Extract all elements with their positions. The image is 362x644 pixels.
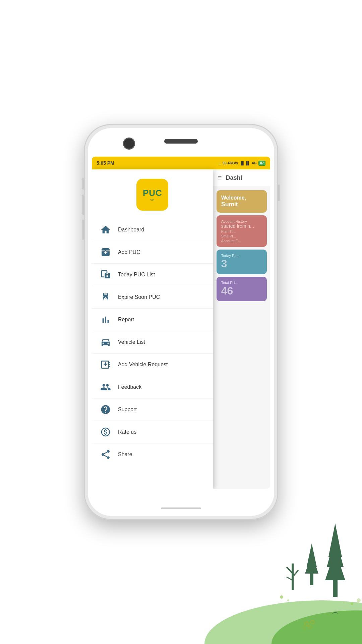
camera bbox=[123, 138, 135, 150]
hamburger-icon[interactable]: ≡ bbox=[218, 174, 222, 182]
rate-icon bbox=[99, 426, 112, 438]
svg-marker-7 bbox=[305, 553, 318, 574]
svg-point-16 bbox=[357, 598, 361, 602]
account-e: Account E... bbox=[221, 239, 262, 243]
today-puc-card: Today Pu... 3 bbox=[217, 250, 267, 274]
nav-item-feedback[interactable]: Feedback bbox=[92, 376, 213, 398]
feedback-icon bbox=[99, 381, 112, 393]
nav-label-support: Support bbox=[118, 407, 137, 413]
account-history-label: Account History bbox=[221, 219, 262, 223]
share-icon bbox=[99, 448, 112, 461]
logo-text: PUC bbox=[143, 189, 162, 197]
account-history-text: started from n... bbox=[221, 223, 262, 229]
nav-label-expire-soon: Expire Soon PUC bbox=[118, 294, 160, 300]
nav-label-today-puc: Today PUC List bbox=[118, 272, 155, 278]
nav-item-expire-soon[interactable]: Expire Soon PUC bbox=[92, 286, 213, 309]
phone-bezel: 5:05 PM ... 59.4KB/s ▐▌▐▌ 4G 87 bbox=[88, 128, 274, 516]
dashboard-background: ≡ Dashl Welcome, Sumit Account History s… bbox=[213, 169, 270, 489]
phone-shell: 5:05 PM ... 59.4KB/s ▐▌▐▌ 4G 87 bbox=[84, 124, 278, 520]
network-speed: ... 59.4KB/s bbox=[218, 161, 238, 165]
dashboard-header: ≡ Dashl bbox=[213, 169, 270, 187]
add-puc-icon bbox=[99, 246, 112, 259]
silent-button bbox=[82, 220, 84, 240]
nav-item-share[interactable]: Share bbox=[92, 443, 213, 466]
today-puc-count: 3 bbox=[221, 258, 262, 270]
signal-icon: ▐▌▐▌ bbox=[240, 161, 250, 165]
nav-label-dashboard: Dashboard bbox=[118, 227, 144, 233]
total-puc-card: Total PU... 46 bbox=[217, 277, 267, 301]
volume-down-button bbox=[82, 195, 84, 215]
user-name: Sumit bbox=[221, 201, 262, 208]
dashboard-title: Dashl bbox=[226, 174, 242, 181]
sms-plan: Sms Pl... bbox=[221, 234, 262, 238]
nav-item-dashboard[interactable]: Dashboard bbox=[92, 219, 213, 241]
nav-item-add-vehicle[interactable]: Add Vehicle Request bbox=[92, 354, 213, 376]
status-icons: ... 59.4KB/s ▐▌▐▌ 4G 87 bbox=[218, 161, 265, 166]
nav-label-add-puc: Add PUC bbox=[118, 249, 140, 255]
nav-label-vehicle-list: Vehicle List bbox=[118, 339, 145, 345]
logo-area: PUC co. bbox=[92, 169, 213, 219]
list-icon bbox=[99, 268, 112, 281]
home-icon bbox=[99, 223, 112, 236]
nav-item-add-puc[interactable]: Add PUC bbox=[92, 241, 213, 264]
support-icon bbox=[99, 403, 112, 416]
welcome-card: Welcome, Sumit bbox=[217, 190, 267, 213]
battery-indicator: 87 bbox=[258, 161, 265, 166]
vehicle-icon bbox=[99, 336, 112, 348]
nav-label-feedback: Feedback bbox=[118, 384, 141, 390]
nav-label-report: Report bbox=[118, 317, 134, 323]
total-puc-count: 46 bbox=[221, 285, 262, 297]
svg-point-14 bbox=[287, 599, 289, 601]
status-time: 5:05 PM bbox=[97, 160, 114, 166]
svg-rect-8 bbox=[310, 574, 313, 585]
nav-label-rate-us: Rate us bbox=[118, 429, 136, 435]
network-type: 4G bbox=[252, 161, 257, 165]
account-history-card: Account History started from n... Plan T… bbox=[217, 215, 267, 247]
svg-point-13 bbox=[280, 595, 283, 599]
navigation-drawer: PUC co. Dashboard bbox=[92, 169, 213, 489]
today-puc-label: Today Pu... bbox=[221, 254, 262, 258]
nav-item-support[interactable]: Support bbox=[92, 398, 213, 421]
add-vehicle-icon bbox=[99, 358, 112, 371]
screen: 5:05 PM ... 59.4KB/s ▐▌▐▌ 4G 87 bbox=[92, 157, 270, 489]
nav-item-today-puc[interactable]: Today PUC List bbox=[92, 264, 213, 286]
app-logo: PUC co. bbox=[136, 179, 168, 211]
home-bar bbox=[161, 507, 201, 509]
logo-subtitle: co. bbox=[150, 198, 155, 201]
svg-point-15 bbox=[351, 602, 353, 605]
volume-up-button bbox=[82, 178, 84, 190]
nav-label-share: Share bbox=[118, 451, 132, 458]
total-puc-label: Total PU... bbox=[221, 281, 262, 285]
nav-label-add-vehicle: Add Vehicle Request bbox=[118, 362, 168, 368]
svg-rect-5 bbox=[333, 580, 338, 597]
nav-item-rate-us[interactable]: Rate us bbox=[92, 421, 213, 443]
speaker bbox=[164, 139, 198, 144]
status-bar: 5:05 PM ... 59.4KB/s ▐▌▐▌ 4G 87 bbox=[92, 157, 270, 169]
plan-info: Plan Ti... bbox=[221, 229, 262, 233]
nav-item-report[interactable]: Report bbox=[92, 309, 213, 331]
content-area: PUC co. Dashboard bbox=[92, 169, 270, 489]
power-button bbox=[278, 184, 280, 201]
welcome-greeting: Welcome, bbox=[221, 195, 262, 201]
expire-icon bbox=[99, 291, 112, 304]
report-icon bbox=[99, 313, 112, 326]
nav-item-vehicle-list[interactable]: Vehicle List bbox=[92, 331, 213, 354]
